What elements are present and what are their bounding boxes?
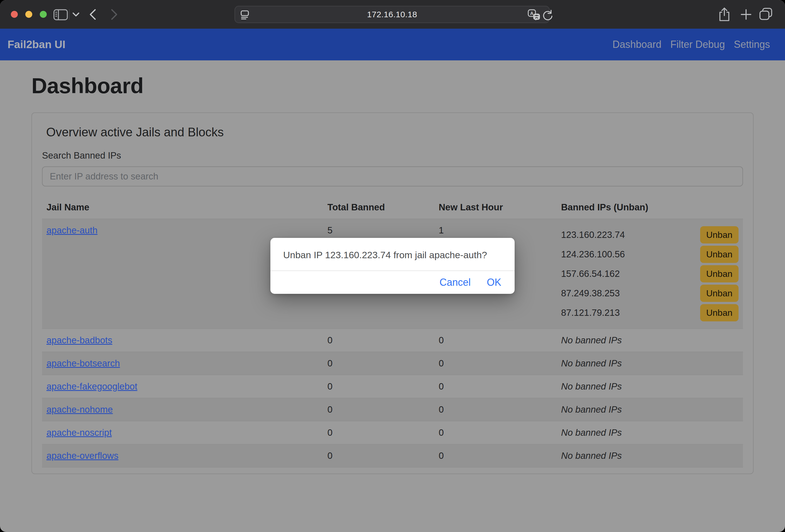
jail-name-cell: apache-badbots xyxy=(42,329,323,352)
total-banned-cell: 0 xyxy=(323,398,434,421)
confirm-dialog: Unban IP 123.160.223.74 from jail apache… xyxy=(270,238,515,294)
nav-link-filter-debug[interactable]: Filter Debug xyxy=(666,39,729,50)
share-icon[interactable] xyxy=(718,7,731,22)
page-title: Dashboard xyxy=(31,73,754,99)
no-banned-ips-text: No banned IPs xyxy=(561,474,622,474)
app-navbar: Fail2ban UI DashboardFilter DebugSetting… xyxy=(0,29,785,60)
table-row: apache-botsearch00No banned IPs xyxy=(42,352,743,375)
banned-ip-address: 124.236.100.56 xyxy=(561,249,625,260)
tab-overview-icon[interactable] xyxy=(759,7,773,21)
banned-ip-entry: 87.121.79.213Unban xyxy=(561,303,738,323)
forward-button[interactable] xyxy=(110,8,119,21)
new-last-hour-cell: 0 xyxy=(434,398,557,421)
banned-ips-cell: No banned IPs xyxy=(557,352,743,375)
jail-name-cell: apache-nohome xyxy=(42,398,323,421)
unban-button[interactable]: Unban xyxy=(700,246,738,263)
header-banned-ips: Banned IPs (Unban) xyxy=(557,196,743,219)
jail-name-cell: apache-noscript xyxy=(42,421,323,445)
unban-button[interactable]: Unban xyxy=(700,265,738,282)
banned-ips-cell: No banned IPs xyxy=(557,421,743,445)
banned-ip-address: 123.160.223.74 xyxy=(561,230,625,240)
new-tab-icon[interactable] xyxy=(740,9,752,20)
minimize-window-button[interactable] xyxy=(25,11,32,18)
nav-links: DashboardFilter DebugSettings xyxy=(608,39,775,50)
translate-icon[interactable]: A xyxy=(528,9,540,21)
banned-ip-address: 87.121.79.213 xyxy=(561,307,620,318)
total-banned-cell: 0 xyxy=(323,445,434,467)
brand-title[interactable]: Fail2ban UI xyxy=(7,39,66,51)
jail-link[interactable]: apache-fakegooglebot xyxy=(47,381,137,391)
banned-ips-cell: 123.160.223.74Unban124.236.100.56Unban15… xyxy=(557,219,743,329)
jail-link[interactable]: apache-nohome xyxy=(47,404,113,414)
table-header-row: Jail Name Total Banned New Last Hour Ban… xyxy=(42,196,743,219)
zoom-window-button[interactable] xyxy=(40,11,47,18)
unban-button[interactable]: Unban xyxy=(700,304,738,321)
jail-name-cell: apache-fakegooglebot xyxy=(42,375,323,398)
new-last-hour-cell: 0 xyxy=(434,329,557,352)
banned-ips-cell: No banned IPs xyxy=(557,445,743,467)
jails-table: Jail Name Total Banned New Last Hour Ban… xyxy=(42,196,743,474)
table-row: apache-shellshock00No banned IPs xyxy=(42,467,743,474)
sidebar-icon[interactable] xyxy=(53,9,68,20)
total-banned-cell: 0 xyxy=(323,375,434,398)
banned-ip-address: 87.249.38.253 xyxy=(561,288,620,299)
jail-link[interactable]: apache-shellshock xyxy=(47,474,122,474)
banned-ips-cell: No banned IPs xyxy=(557,398,743,421)
search-input[interactable] xyxy=(42,167,743,186)
dialog-footer: Cancel OK xyxy=(270,271,515,294)
jail-link[interactable]: apache-botsearch xyxy=(47,358,120,369)
jail-link[interactable]: apache-noscript xyxy=(47,427,112,438)
chevron-down-icon[interactable] xyxy=(72,12,80,17)
total-banned-cell: 0 xyxy=(323,329,434,352)
card-title: Overview active Jails and Blocks xyxy=(46,125,743,139)
no-banned-ips-text: No banned IPs xyxy=(561,404,622,414)
banned-ips-cell: No banned IPs xyxy=(557,375,743,398)
total-banned-cell: 0 xyxy=(323,352,434,375)
banned-ip-entry: 123.160.223.74Unban xyxy=(561,225,738,245)
table-row: apache-badbots00No banned IPs xyxy=(42,329,743,352)
new-last-hour-cell: 0 xyxy=(434,467,557,474)
no-banned-ips-text: No banned IPs xyxy=(561,335,622,345)
new-last-hour-cell: 0 xyxy=(434,421,557,445)
search-label: Search Banned IPs xyxy=(42,150,743,161)
table-row: apache-noscript00No banned IPs xyxy=(42,421,743,445)
ok-button[interactable]: OK xyxy=(487,277,501,288)
close-window-button[interactable] xyxy=(11,11,18,18)
dialog-message: Unban IP 123.160.223.74 from jail apache… xyxy=(270,238,515,271)
new-last-hour-cell: 0 xyxy=(434,445,557,467)
jail-link[interactable]: apache-overflows xyxy=(47,451,119,461)
jail-link[interactable]: apache-badbots xyxy=(47,335,112,345)
no-banned-ips-text: No banned IPs xyxy=(561,381,622,391)
nav-link-settings[interactable]: Settings xyxy=(729,39,775,50)
banned-ips-cell: No banned IPs xyxy=(557,329,743,352)
svg-text:A: A xyxy=(530,11,534,16)
new-last-hour-cell: 0 xyxy=(434,375,557,398)
banned-ip-entry: 157.66.54.162Unban xyxy=(561,264,738,283)
header-new-last-hour: New Last Hour xyxy=(434,196,557,219)
no-banned-ips-text: No banned IPs xyxy=(561,427,622,438)
total-banned-cell: 0 xyxy=(323,467,434,474)
jail-name-cell: apache-botsearch xyxy=(42,352,323,375)
banned-ip-address: 157.66.54.162 xyxy=(561,269,620,279)
jail-link[interactable]: apache-auth xyxy=(47,225,97,235)
nav-link-dashboard[interactable]: Dashboard xyxy=(608,39,666,50)
header-jail-name: Jail Name xyxy=(42,196,323,219)
no-banned-ips-text: No banned IPs xyxy=(561,451,622,461)
banned-ip-entry: 87.249.38.253Unban xyxy=(561,283,738,303)
jail-name-cell: apache-shellshock xyxy=(42,467,323,474)
toolbar-divider xyxy=(69,9,70,20)
no-banned-ips-text: No banned IPs xyxy=(561,358,622,369)
jail-name-cell: apache-overflows xyxy=(42,445,323,467)
back-button[interactable] xyxy=(88,8,97,21)
table-row: apache-nohome00No banned IPs xyxy=(42,398,743,421)
address-bar[interactable]: 172.16.10.18 A xyxy=(234,6,550,23)
unban-button[interactable]: Unban xyxy=(700,226,738,244)
banned-ips-cell: No banned IPs xyxy=(557,467,743,474)
new-last-hour-cell: 0 xyxy=(434,352,557,375)
cancel-button[interactable]: Cancel xyxy=(439,277,471,288)
reload-icon[interactable] xyxy=(542,9,554,21)
browser-toolbar: 172.16.10.18 A xyxy=(0,0,785,29)
total-banned-cell: 0 xyxy=(323,421,434,445)
unban-button[interactable]: Unban xyxy=(700,285,738,302)
header-total-banned: Total Banned xyxy=(323,196,434,219)
